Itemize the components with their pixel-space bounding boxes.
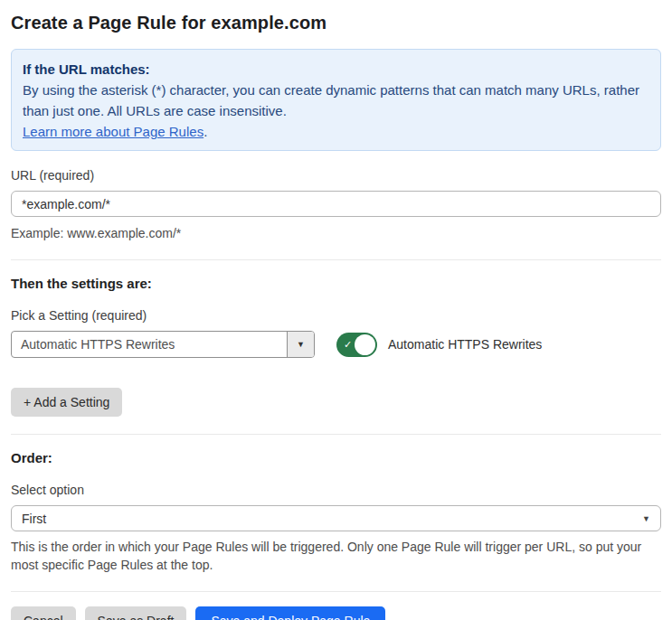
toggle-label: Automatic HTTPS Rewrites bbox=[388, 337, 542, 352]
setting-toggle-group: ✓ Automatic HTTPS Rewrites bbox=[336, 333, 542, 357]
toggle-knob bbox=[355, 334, 375, 355]
info-box-body: By using the asterisk (*) character, you… bbox=[23, 80, 649, 121]
footer-buttons: Cancel Save as Draft Save and Deploy Pag… bbox=[11, 606, 661, 620]
save-as-draft-button[interactable]: Save as Draft bbox=[85, 606, 187, 620]
setting-select-value: Automatic HTTPS Rewrites bbox=[12, 332, 287, 357]
add-setting-button[interactable]: + Add a Setting bbox=[11, 388, 122, 417]
setting-select[interactable]: Automatic HTTPS Rewrites ▼ bbox=[11, 331, 315, 358]
create-page-rule-form: Create a Page Rule for example.com If th… bbox=[0, 0, 672, 620]
setting-row: Automatic HTTPS Rewrites ▼ ✓ Automatic H… bbox=[11, 331, 661, 358]
learn-more-link[interactable]: Learn more about Page Rules bbox=[23, 124, 203, 139]
order-select[interactable]: First ▼ bbox=[11, 505, 661, 531]
url-example-helper: Example: www.example.com/* bbox=[11, 224, 661, 242]
settings-section-heading: Then the settings are: bbox=[11, 276, 661, 291]
order-select-value: First bbox=[22, 512, 642, 526]
chevron-down-icon: ▼ bbox=[297, 340, 305, 349]
divider bbox=[11, 259, 661, 260]
order-helper-text: This is the order in which your Page Rul… bbox=[11, 538, 658, 574]
info-box-heading: If the URL matches: bbox=[23, 59, 649, 80]
setting-select-caret-button[interactable]: ▼ bbox=[287, 332, 314, 357]
order-section-heading: Order: bbox=[11, 450, 661, 465]
url-match-info-box: If the URL matches: By using the asteris… bbox=[11, 49, 661, 151]
info-box-link-line: Learn more about Page Rules. bbox=[23, 121, 649, 142]
link-period: . bbox=[203, 124, 207, 139]
url-field-label: URL (required) bbox=[11, 168, 661, 183]
page-title: Create a Page Rule for example.com bbox=[11, 13, 661, 33]
divider bbox=[11, 434, 661, 435]
check-icon: ✓ bbox=[344, 338, 352, 351]
chevron-down-icon: ▼ bbox=[642, 514, 650, 523]
save-and-deploy-button[interactable]: Save and Deploy Page Rule bbox=[195, 606, 385, 620]
order-select-label: Select option bbox=[11, 483, 661, 497]
url-input[interactable] bbox=[11, 191, 661, 217]
pick-setting-label: Pick a Setting (required) bbox=[11, 308, 661, 323]
https-rewrites-toggle[interactable]: ✓ bbox=[336, 333, 377, 357]
divider bbox=[11, 591, 661, 592]
cancel-button[interactable]: Cancel bbox=[11, 606, 76, 620]
